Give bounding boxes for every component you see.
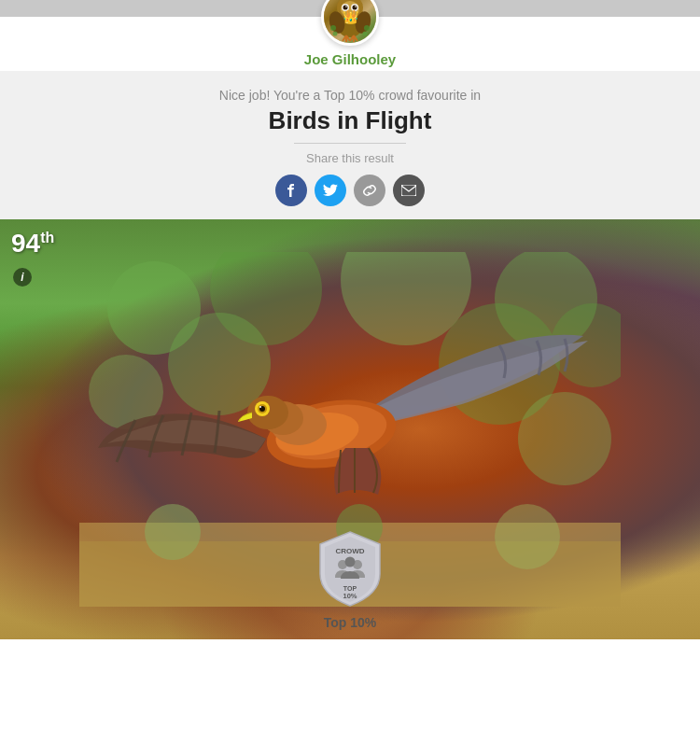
svg-point-36 <box>145 504 201 560</box>
congrats-section: Nice job! You're a Top 10% crowd favouri… <box>0 71 700 219</box>
crowd-badge-svg: CROWD TOP 10% <box>313 527 387 611</box>
link-icon <box>362 183 377 198</box>
svg-point-20 <box>330 25 336 31</box>
svg-point-21 <box>364 25 370 31</box>
username[interactable]: Joe Gilhooley <box>304 51 396 67</box>
svg-point-48 <box>259 406 261 408</box>
email-icon <box>401 185 416 196</box>
social-buttons <box>19 175 681 206</box>
svg-text:TOP: TOP <box>343 585 357 592</box>
photo-section: 94th i CROWD TOP 10% Top 10% <box>0 219 700 639</box>
twitter-icon <box>323 184 338 197</box>
svg-point-8 <box>355 6 357 7</box>
svg-text:10%: 10% <box>343 592 357 600</box>
svg-point-38 <box>495 504 560 569</box>
rank-suffix: th <box>40 230 54 245</box>
twitter-share-button[interactable] <box>315 175 346 206</box>
crowd-badge-section: CROWD TOP 10% Top 10% <box>313 527 387 639</box>
svg-point-23 <box>363 32 368 36</box>
rank-number: 94 <box>11 229 40 258</box>
avatar-section: 👑 <box>0 17 700 71</box>
svg-text:CROWD: CROWD <box>335 547 364 555</box>
svg-point-52 <box>345 557 356 567</box>
congrats-message: Nice job! You're a Top 10% crowd favouri… <box>19 88 681 103</box>
facebook-icon <box>285 184 298 197</box>
email-share-button[interactable] <box>393 175 425 206</box>
crown-icon: 👑 <box>343 9 358 24</box>
info-button[interactable]: i <box>13 268 32 287</box>
share-label: Share this result <box>19 151 681 165</box>
svg-point-22 <box>333 32 338 36</box>
rank-badge: 94th <box>11 231 54 257</box>
svg-point-7 <box>345 6 347 7</box>
badge-bottom-label: Top 10% <box>324 615 377 630</box>
facebook-share-button[interactable] <box>275 175 307 206</box>
svg-rect-24 <box>401 185 416 196</box>
divider <box>294 143 406 144</box>
category-title: Birds in Flight <box>19 106 681 135</box>
copy-link-button[interactable] <box>354 175 385 206</box>
svg-point-33 <box>518 392 611 485</box>
